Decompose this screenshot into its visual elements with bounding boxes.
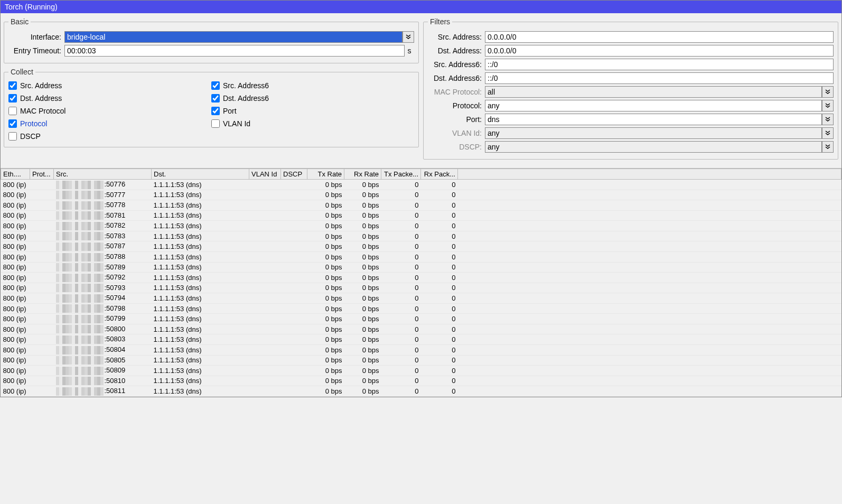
col-eth[interactable]: Eth.... <box>1 169 30 180</box>
cell-vlan <box>249 345 281 356</box>
table-row[interactable]: 800 (ip):507881.1.1.1:53 (dns)0 bps0 bps… <box>1 251 841 262</box>
cell-spacer <box>458 314 841 324</box>
filters-fieldset: Filters Src. Address: Dst. Address: Src.… <box>423 17 838 160</box>
collect-mac-protocol-label: MAC Protocol <box>20 107 66 115</box>
filter-dst-addr-input[interactable] <box>485 45 834 57</box>
filter-port-dropdown[interactable] <box>822 114 834 125</box>
col-tx-rate[interactable]: Tx Rate <box>307 169 344 180</box>
table-row[interactable]: 800 (ip):508001.1.1.1:53 (dns)0 bps0 bps… <box>1 324 841 334</box>
table-row[interactable]: 800 (ip):508111.1.1.1:53 (dns)0 bps0 bps… <box>1 386 841 397</box>
filter-dst-addr6-label: Dst. Address6: <box>428 74 485 82</box>
cell-rx-pkt: 0 <box>421 324 458 334</box>
cell-rx-pkt: 0 <box>421 231 458 241</box>
collect-mac-protocol-checkbox[interactable] <box>8 107 17 115</box>
cell-spacer <box>458 293 841 304</box>
table-row[interactable]: 800 (ip):507771.1.1.1:53 (dns)0 bps0 bps… <box>1 190 841 200</box>
collect-port-checkbox[interactable] <box>211 107 220 115</box>
cell-vlan <box>249 376 281 386</box>
collect-src-address6-checkbox[interactable] <box>211 81 220 90</box>
table-row[interactable]: 800 (ip):508101.1.1.1:53 (dns)0 bps0 bps… <box>1 376 841 386</box>
table-row[interactable]: 800 (ip):508031.1.1.1:53 (dns)0 bps0 bps… <box>1 334 841 345</box>
cell-dst: 1.1.1.1:53 (dns) <box>152 376 249 386</box>
cell-rx-rate: 0 bps <box>344 210 381 221</box>
filter-dst-addr6-input[interactable] <box>485 72 834 84</box>
cell-dscp <box>281 366 307 376</box>
cell-tx-pkt: 0 <box>381 314 421 324</box>
filter-dst-addr-label: Dst. Address: <box>428 46 485 55</box>
cell-spacer <box>458 345 841 356</box>
table-row[interactable]: 800 (ip):508051.1.1.1:53 (dns)0 bps0 bps… <box>1 355 841 366</box>
cell-rx-pkt: 0 <box>421 355 458 366</box>
col-dst[interactable]: Dst. <box>152 169 249 180</box>
cell-eth: 800 (ip) <box>1 210 30 221</box>
table-row[interactable]: 800 (ip):507891.1.1.1:53 (dns)0 bps0 bps… <box>1 262 841 273</box>
filter-proto-dropdown[interactable] <box>822 100 834 111</box>
table-row[interactable]: 800 (ip):507991.1.1.1:53 (dns)0 bps0 bps… <box>1 314 841 324</box>
filter-mac-proto-input[interactable] <box>485 86 822 98</box>
table-row[interactable]: 800 (ip):507831.1.1.1:53 (dns)0 bps0 bps… <box>1 231 841 241</box>
cell-prot <box>30 366 54 376</box>
collect-src-address-checkbox[interactable] <box>8 81 17 90</box>
interface-dropdown-button[interactable] <box>403 31 414 43</box>
table-row[interactable]: 800 (ip):507871.1.1.1:53 (dns)0 bps0 bps… <box>1 241 841 252</box>
cell-eth: 800 (ip) <box>1 273 30 283</box>
collect-fieldset: Collect Src. Address Dst. Address MAC Pr… <box>4 68 419 147</box>
cell-eth: 800 (ip) <box>1 324 30 334</box>
filter-proto-input[interactable] <box>485 100 822 111</box>
filter-vlan-dropdown[interactable] <box>822 127 834 139</box>
timeout-input[interactable] <box>64 45 405 57</box>
col-tx-pkt[interactable]: Tx Packe... <box>381 169 421 180</box>
collect-protocol-checkbox[interactable] <box>8 119 17 128</box>
filter-src-addr-input[interactable] <box>485 31 834 43</box>
filter-mac-proto-dropdown[interactable] <box>822 86 834 98</box>
cell-prot <box>30 376 54 386</box>
table-row[interactable]: 800 (ip):507811.1.1.1:53 (dns)0 bps0 bps… <box>1 210 841 221</box>
table-row[interactable]: 800 (ip):508041.1.1.1:53 (dns)0 bps0 bps… <box>1 345 841 356</box>
cell-prot <box>30 262 54 273</box>
cell-rx-pkt: 0 <box>421 210 458 221</box>
col-rx-pkt[interactable]: Rx Pack... <box>421 169 458 180</box>
cell-dscp <box>281 345 307 356</box>
cell-src: :50788 <box>54 251 152 262</box>
filter-vlan-label: VLAN Id: <box>428 129 485 137</box>
collect-dst-address6-checkbox[interactable] <box>211 94 220 102</box>
table-row[interactable]: 800 (ip):507761.1.1.1:53 (dns)0 bps0 bps… <box>1 180 841 190</box>
collect-dst-address-checkbox[interactable] <box>8 94 17 102</box>
col-vlan[interactable]: VLAN Id <box>249 169 281 180</box>
cell-eth: 800 (ip) <box>1 221 30 231</box>
cell-prot <box>30 210 54 221</box>
table-row[interactable]: 800 (ip):507941.1.1.1:53 (dns)0 bps0 bps… <box>1 293 841 304</box>
col-rx-rate[interactable]: Rx Rate <box>344 169 381 180</box>
cell-dscp <box>281 221 307 231</box>
cell-dscp <box>281 324 307 334</box>
cell-prot <box>30 345 54 356</box>
cell-tx-pkt: 0 <box>381 293 421 304</box>
table-row[interactable]: 800 (ip):507931.1.1.1:53 (dns)0 bps0 bps… <box>1 283 841 293</box>
col-prot[interactable]: Prot... <box>30 169 54 180</box>
interface-label: Interface: <box>8 33 64 41</box>
cell-rx-pkt: 0 <box>421 262 458 273</box>
filter-port-input[interactable] <box>485 114 822 125</box>
table-row[interactable]: 800 (ip):507981.1.1.1:53 (dns)0 bps0 bps… <box>1 303 841 314</box>
collect-dscp-checkbox[interactable] <box>8 132 17 141</box>
table-row[interactable]: 800 (ip):508091.1.1.1:53 (dns)0 bps0 bps… <box>1 366 841 376</box>
cell-src: :50792 <box>54 273 152 283</box>
collect-vlan-id-checkbox[interactable] <box>211 119 220 128</box>
table-row[interactable]: 800 (ip):507921.1.1.1:53 (dns)0 bps0 bps… <box>1 273 841 283</box>
interface-input[interactable] <box>64 31 403 43</box>
col-src[interactable]: Src. <box>54 169 152 180</box>
table-body: 800 (ip):507761.1.1.1:53 (dns)0 bps0 bps… <box>1 180 841 397</box>
filter-vlan-input[interactable] <box>485 127 822 139</box>
cell-vlan <box>249 293 281 304</box>
filter-dscp-input[interactable] <box>485 141 822 153</box>
cell-spacer <box>458 324 841 334</box>
filter-dscp-dropdown[interactable] <box>822 141 834 153</box>
cell-dst: 1.1.1.1:53 (dns) <box>152 293 249 304</box>
col-dscp[interactable]: DSCP <box>281 169 307 180</box>
cell-spacer <box>458 355 841 366</box>
cell-prot <box>30 241 54 252</box>
table-row[interactable]: 800 (ip):507821.1.1.1:53 (dns)0 bps0 bps… <box>1 221 841 231</box>
table-row[interactable]: 800 (ip):507781.1.1.1:53 (dns)0 bps0 bps… <box>1 200 841 211</box>
filter-src-addr6-input[interactable] <box>485 59 834 70</box>
window-titlebar[interactable]: Torch (Running) <box>1 1 841 13</box>
